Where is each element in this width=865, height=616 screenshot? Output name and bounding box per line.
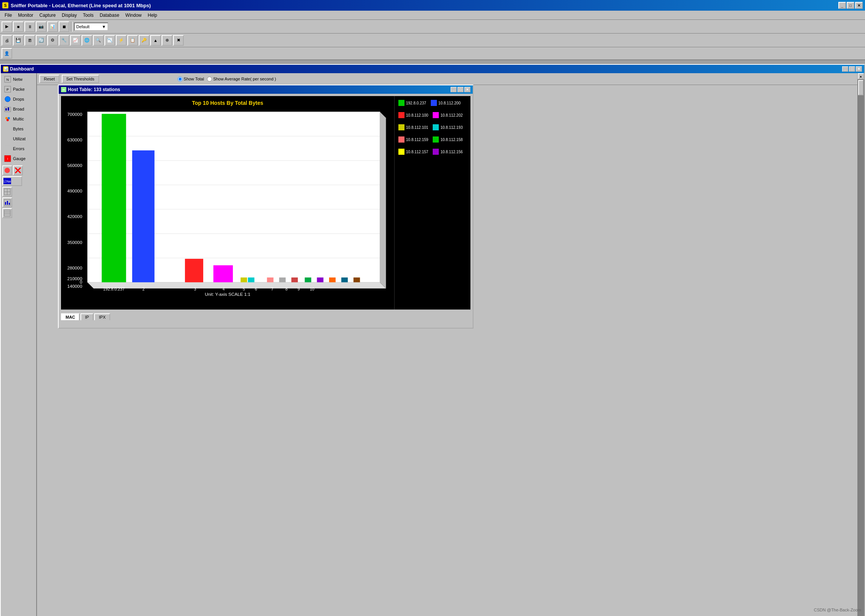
app-icon: S bbox=[2, 2, 8, 8]
stop2-btn[interactable]: ⏹ bbox=[59, 21, 69, 32]
host-table-title: Host Table: 133 stations bbox=[68, 87, 120, 92]
tool-btn-6[interactable]: 🔧 bbox=[59, 35, 69, 46]
menu-help[interactable]: Help bbox=[145, 12, 160, 19]
legend-label-1: 192.8.0.237 bbox=[406, 101, 426, 105]
stop-button[interactable]: ■ bbox=[13, 21, 24, 32]
radio-avg-label[interactable]: Show Average Rate( per second ) bbox=[207, 77, 276, 82]
menu-tools[interactable]: Tools bbox=[80, 12, 96, 19]
tool-btn-3[interactable]: 🖹 bbox=[24, 35, 35, 46]
menu-display[interactable]: Display bbox=[59, 12, 80, 19]
legend-item-3: 10.8.112.100 bbox=[398, 112, 428, 118]
menu-capture[interactable]: Capture bbox=[36, 12, 59, 19]
radio-avg[interactable] bbox=[207, 77, 212, 82]
radio-total-label[interactable]: Show Total bbox=[178, 77, 204, 82]
legend-item-10: 10.8.112.156 bbox=[433, 149, 462, 155]
tool-btn-5[interactable]: ⚙ bbox=[47, 35, 58, 46]
tool-btn-7[interactable]: 📈 bbox=[70, 35, 81, 46]
pause-button[interactable]: ⏸ bbox=[24, 21, 35, 32]
svg-rect-52 bbox=[132, 151, 155, 282]
sidebar-item-bytes[interactable]: Bytes bbox=[2, 124, 35, 133]
host-table-buttons: _ □ ✕ bbox=[451, 87, 470, 92]
svg-line-12 bbox=[5, 126, 11, 132]
sidebar-item-broad[interactable]: Broad bbox=[2, 104, 35, 114]
scrollbar-thumb[interactable] bbox=[858, 80, 863, 95]
svg-text:2: 2 bbox=[143, 287, 145, 291]
tool-btn-2[interactable]: 💾 bbox=[13, 35, 24, 46]
sidebar-item-gauge[interactable]: ! Gauge bbox=[2, 154, 35, 163]
tool-btn-13[interactable]: 🔑 bbox=[139, 35, 149, 46]
legend-color-6 bbox=[433, 124, 439, 130]
tab-mac[interactable]: MAC bbox=[61, 313, 80, 320]
svg-point-9 bbox=[5, 117, 8, 119]
dashboard-maximize[interactable]: □ bbox=[849, 66, 855, 72]
menu-monitor[interactable]: Monitor bbox=[15, 12, 36, 19]
legend-label-9: 10.8.112.157 bbox=[406, 150, 428, 154]
legend-label-2: 10.8.112.200 bbox=[438, 101, 461, 105]
tool2-btn-1[interactable]: 👤 bbox=[2, 48, 12, 59]
svg-text:6: 6 bbox=[255, 287, 257, 291]
svg-text:700000: 700000 bbox=[67, 112, 83, 117]
svg-rect-51 bbox=[102, 114, 126, 282]
tool-btn-10[interactable]: 📉 bbox=[104, 35, 115, 46]
tool-btn-8[interactable]: 🌐 bbox=[82, 35, 92, 46]
svg-text:8: 8 bbox=[285, 287, 287, 291]
tool-btn-14[interactable]: ▲ bbox=[150, 35, 161, 46]
dashboard-title-bar: 📊 Dashboard _ □ ✕ bbox=[1, 65, 864, 73]
profile-dropdown[interactable]: Default ▼ bbox=[74, 22, 108, 31]
scroll-up-button[interactable]: ▲ bbox=[858, 73, 864, 79]
svg-rect-64 bbox=[353, 278, 360, 282]
sidebar-chart-button[interactable] bbox=[2, 197, 12, 207]
dashboard-minimize[interactable]: _ bbox=[842, 66, 848, 72]
set-thresholds-button[interactable]: Set Thresholds bbox=[62, 75, 99, 83]
sidebar-item-multic[interactable]: Multic bbox=[2, 114, 35, 124]
sidebar-item-packer[interactable]: P Packe bbox=[2, 85, 35, 94]
menu-window[interactable]: Window bbox=[122, 12, 145, 19]
errors-icon bbox=[4, 145, 11, 152]
ht-minimize[interactable]: _ bbox=[451, 87, 457, 92]
scrollbar-track bbox=[858, 79, 864, 616]
legend-row-5: 10.8.112.157 10.8.112.156 bbox=[398, 149, 467, 155]
svg-marker-66 bbox=[380, 112, 386, 288]
left-sidebar: N Netw P Packe Drops bbox=[1, 73, 37, 616]
svg-point-11 bbox=[6, 119, 9, 121]
tool-btn-16[interactable]: ✖ bbox=[173, 35, 184, 46]
tool-btn-4[interactable]: 🔄 bbox=[36, 35, 47, 46]
tool-btn-1[interactable]: 🖨 bbox=[2, 35, 12, 46]
host-table-icon: H bbox=[61, 87, 66, 92]
sidebar-grid-button[interactable] bbox=[2, 187, 12, 197]
sidebar-item-errors[interactable]: Errors bbox=[2, 144, 35, 153]
tab-ip[interactable]: IP bbox=[80, 313, 93, 320]
tool-btn-9[interactable]: 🔍 bbox=[93, 35, 104, 46]
chart-tabs: MAC IP IPX bbox=[59, 312, 473, 320]
dashboard-close[interactable]: ✕ bbox=[856, 66, 862, 72]
menu-file[interactable]: File bbox=[2, 12, 15, 19]
reset-button[interactable]: Reset bbox=[39, 75, 59, 83]
capture-btn[interactable]: 📷 bbox=[36, 21, 47, 32]
tool-btn-12[interactable]: 📋 bbox=[127, 35, 138, 46]
sidebar-label-utiliz: Utilizat bbox=[13, 136, 26, 141]
sidebar-table-button[interactable] bbox=[2, 208, 12, 218]
chart-title: Top 10 Hosts By Total Bytes bbox=[65, 100, 390, 106]
sidebar-item-drops[interactable]: Drops bbox=[2, 95, 35, 104]
tab-ipx[interactable]: IPX bbox=[94, 313, 110, 320]
ht-close[interactable]: ✕ bbox=[464, 87, 470, 92]
capture2-btn[interactable]: 📊 bbox=[47, 21, 58, 32]
minimize-button[interactable]: _ bbox=[838, 2, 846, 9]
tool-btn-15[interactable]: ⊕ bbox=[162, 35, 172, 46]
svg-text:280000: 280000 bbox=[67, 265, 83, 270]
sidebar-item-netw[interactable]: N Netw bbox=[2, 75, 35, 84]
ht-maximize[interactable]: □ bbox=[457, 87, 464, 92]
play-button[interactable]: ▶ bbox=[2, 21, 12, 32]
sidebar-item-utiliz[interactable]: Utilizat bbox=[2, 134, 35, 143]
radio-total[interactable] bbox=[178, 77, 183, 82]
sidebar-red-circle[interactable] bbox=[2, 165, 12, 175]
svg-text:4: 4 bbox=[222, 287, 225, 291]
legend-item-4: 10.8.112.202 bbox=[433, 112, 462, 118]
svg-text:630000: 630000 bbox=[67, 137, 83, 142]
maximize-button[interactable]: □ bbox=[847, 2, 854, 9]
menu-database[interactable]: Database bbox=[96, 12, 122, 19]
sidebar-check-button[interactable]: ☑Ne bbox=[2, 176, 22, 186]
sidebar-x-button[interactable] bbox=[13, 165, 23, 175]
tool-btn-11[interactable]: ⚡ bbox=[116, 35, 127, 46]
close-button[interactable]: ✕ bbox=[855, 2, 863, 9]
